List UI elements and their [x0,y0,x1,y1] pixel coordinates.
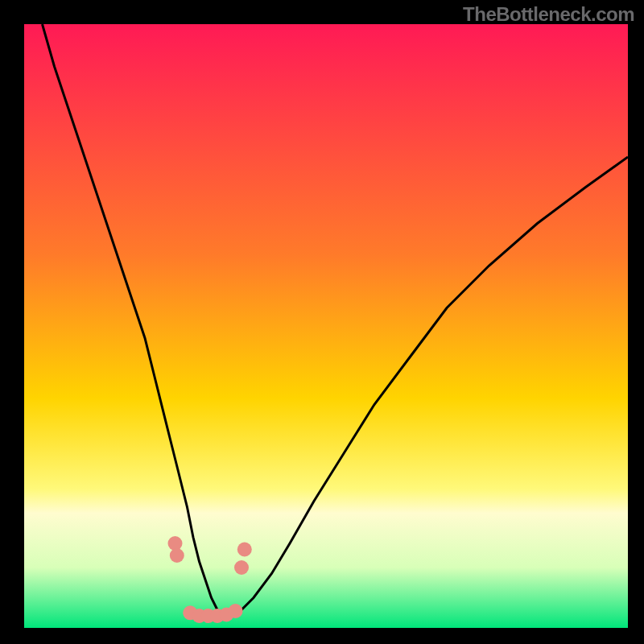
black-curve [43,24,629,616]
pink-marker [234,560,249,575]
chart-outer: TheBottleneck.com [0,0,644,644]
curve-layer [24,24,628,628]
plot-area [24,24,628,628]
pink-marker [237,543,252,557]
pink-markers [168,536,252,623]
watermark-text: TheBottleneck.com [463,3,634,26]
pink-marker [229,604,243,618]
pink-marker [170,548,184,563]
